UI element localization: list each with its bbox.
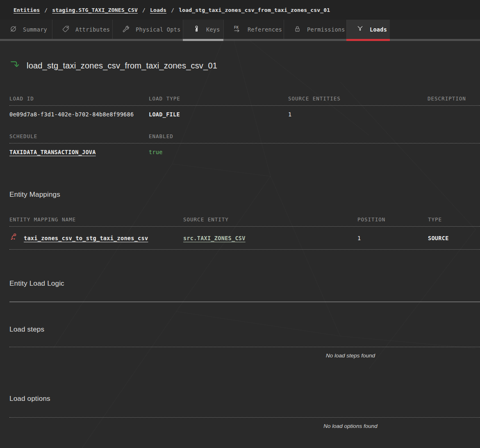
load-details-table: LOAD ID LOAD TYPE SOURCE ENTITIES DESCRI… bbox=[9, 96, 480, 125]
fk-arrow-icon: FK bbox=[233, 25, 242, 34]
tab-references[interactable]: FK References bbox=[223, 20, 284, 39]
tab-label: Keys bbox=[206, 26, 220, 33]
svg-text:FK: FK bbox=[234, 25, 239, 29]
tab-loads-active-underline bbox=[346, 39, 390, 41]
load-id-value: 0e09d7a8-f3d1-402e-b702-84b8e8f99686 bbox=[9, 111, 149, 118]
load-options-empty-message: No load options found bbox=[323, 423, 377, 429]
tab-label: Permissions bbox=[307, 26, 345, 33]
position-value: 1 bbox=[357, 235, 428, 241]
tab-loads-active[interactable]: Loads bbox=[346, 20, 390, 39]
schedule-link[interactable]: TAXIDATA_TRANSACTION_JOVA bbox=[9, 149, 149, 155]
breadcrumb-entities[interactable]: Entities bbox=[14, 7, 40, 13]
tab-underline-strip bbox=[0, 39, 480, 41]
tab-summary[interactable]: Summary bbox=[0, 20, 52, 39]
breadcrumb-separator: / bbox=[171, 7, 174, 13]
column-header-source-entity: SOURCE ENTITY bbox=[183, 216, 357, 223]
entity-mapping-icon bbox=[9, 233, 18, 243]
breadcrumb-entity[interactable]: staging.STG_TAXI_ZONES_CSV bbox=[52, 7, 138, 13]
breadcrumb-separator: / bbox=[142, 7, 146, 13]
section-divider bbox=[9, 302, 480, 302]
load-options-empty-state: No load options found bbox=[0, 418, 480, 432]
table-row: 0e09d7a8-f3d1-402e-b702-84b8e8f99686 LOA… bbox=[9, 106, 480, 125]
tab-label: Attributes bbox=[75, 26, 110, 33]
column-header-description: DESCRIPTION bbox=[428, 96, 480, 102]
load-steps-heading: Load steps bbox=[9, 325, 480, 334]
tab-label: Summary bbox=[23, 26, 47, 33]
tab-physical-opts[interactable]: Physical Opts bbox=[112, 20, 183, 39]
enabled-value: true bbox=[149, 149, 288, 155]
column-header-load-type: LOAD TYPE bbox=[149, 96, 288, 102]
slashed-circle-icon bbox=[9, 25, 17, 34]
description-value bbox=[428, 111, 480, 118]
entity-mapping-name-link[interactable]: taxi_zones_csv_to_stg_taxi_zones_csv bbox=[24, 235, 148, 241]
load-steps-empty-message: No load steps found bbox=[326, 352, 375, 359]
load-steps-empty-state: No load steps found bbox=[0, 347, 480, 361]
lock-icon bbox=[293, 25, 301, 34]
load-arrow-icon bbox=[9, 59, 20, 72]
tab-label: Physical Opts bbox=[136, 26, 181, 33]
key-icon bbox=[193, 25, 200, 34]
page-title-row: load_stg_taxi_zones_csv_from_taxi_zones_… bbox=[9, 59, 480, 72]
column-header-position: POSITION bbox=[357, 216, 428, 223]
load-options-heading: Load options bbox=[9, 395, 480, 403]
merge-arrow-icon bbox=[356, 25, 364, 34]
wrench-icon bbox=[122, 25, 130, 34]
column-header-load-id: LOAD ID bbox=[9, 96, 149, 102]
breadcrumb-loads[interactable]: Loads bbox=[150, 7, 166, 13]
entity-mappings-heading: Entity Mappings bbox=[9, 191, 480, 199]
entity-load-logic-heading: Entity Load Logic bbox=[9, 280, 480, 288]
tab-label: References bbox=[248, 26, 282, 33]
tab-bar: Summary Attributes Physical Opts bbox=[0, 20, 480, 39]
tag-icon bbox=[62, 25, 70, 34]
tab-permissions[interactable]: Permissions bbox=[284, 20, 346, 39]
tab-label: Loads bbox=[370, 26, 387, 33]
source-entities-value: 1 bbox=[288, 111, 428, 118]
column-header-schedule: SCHEDULE bbox=[9, 133, 149, 139]
breadcrumb: Entities / staging.STG_TAXI_ZONES_CSV / … bbox=[0, 0, 480, 20]
column-header-entity-mapping-name: ENTITY MAPPING NAME bbox=[9, 216, 183, 223]
column-header-enabled: ENABLED bbox=[149, 133, 288, 139]
breadcrumb-current-load: load_stg_taxi_zones_csv_from_taxi_zones_… bbox=[179, 7, 330, 13]
column-header-source-entities: SOURCE ENTITIES bbox=[288, 96, 428, 102]
entity-mappings-table: ENTITY MAPPING NAME SOURCE ENTITY POSITI… bbox=[9, 216, 480, 250]
type-value: SOURCE bbox=[428, 235, 480, 241]
load-schedule-table: SCHEDULE ENABLED TAXIDATA_TRANSACTION_JO… bbox=[9, 133, 480, 163]
tab-attributes[interactable]: Attributes bbox=[52, 20, 112, 39]
column-header-type: TYPE bbox=[428, 216, 480, 223]
page-title: load_stg_taxi_zones_csv_from_taxi_zones_… bbox=[27, 61, 217, 70]
table-row: TAXIDATA_TRANSACTION_JOVA true bbox=[9, 143, 480, 163]
tab-keys[interactable]: Keys bbox=[183, 20, 223, 39]
load-type-value: LOAD_FILE bbox=[149, 111, 288, 118]
source-entity-link[interactable]: src.TAXI_ZONES_CSV bbox=[183, 235, 357, 241]
table-row: taxi_zones_csv_to_stg_taxi_zones_csv src… bbox=[9, 227, 480, 250]
tab-keys-underline bbox=[183, 39, 223, 41]
breadcrumb-separator: / bbox=[44, 7, 48, 13]
